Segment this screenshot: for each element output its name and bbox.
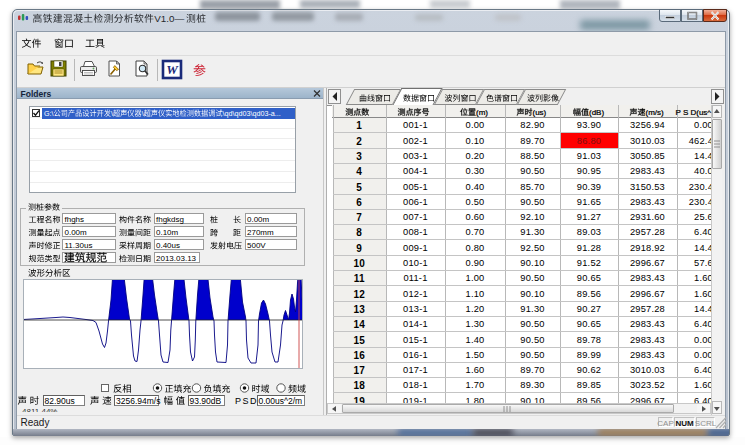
svg-text:Ready: Ready	[21, 417, 50, 428]
svg-text:0.00m: 0.00m	[247, 215, 270, 224]
svg-text:11.30us: 11.30us	[65, 241, 93, 250]
svg-text:93.90dB: 93.90dB	[190, 396, 222, 406]
svg-text:fhgkdsg: fhgkdsg	[156, 215, 184, 224]
svg-text:(us): (us)	[533, 108, 547, 117]
svg-text:V1.0—: V1.0—	[154, 13, 184, 24]
svg-text:G:\: G:\	[44, 109, 54, 118]
svg-text:82.90us: 82.90us	[45, 396, 75, 406]
svg-text:(m): (m)	[476, 108, 488, 117]
svg-text:NUM: NUM	[675, 419, 694, 428]
svg-text:fhghs: fhghs	[65, 215, 85, 224]
svg-text:3256.94m/s: 3256.94m/s	[116, 396, 160, 406]
svg-text:0.00m: 0.00m	[65, 228, 88, 237]
svg-text:(dB): (dB)	[589, 108, 604, 117]
svg-text:\: \	[111, 109, 114, 118]
svg-text:PSD: PSD	[235, 396, 258, 406]
svg-text:0.10m: 0.10m	[156, 228, 179, 237]
svg-text:270mm: 270mm	[247, 228, 274, 237]
svg-text:P S D(us^: P S D(us^	[676, 108, 712, 117]
svg-text:CAP: CAP	[657, 419, 673, 428]
svg-text:0.00us^2/m: 0.00us^2/m	[259, 396, 303, 406]
svg-text:500V: 500V	[247, 241, 266, 250]
svg-text:Folders: Folders	[21, 89, 52, 99]
svg-text:2013.03.13: 2013.03.13	[156, 254, 197, 263]
svg-text:SCRL: SCRL	[695, 419, 717, 428]
svg-text:0.40us: 0.40us	[156, 241, 180, 250]
svg-text:(m/s): (m/s)	[646, 108, 665, 117]
svg-text:W: W	[166, 62, 179, 77]
svg-text:\: \	[142, 109, 145, 118]
svg-text:\qd\qd03\qd03-a...: \qd\qd03\qd03-a...	[223, 109, 281, 118]
